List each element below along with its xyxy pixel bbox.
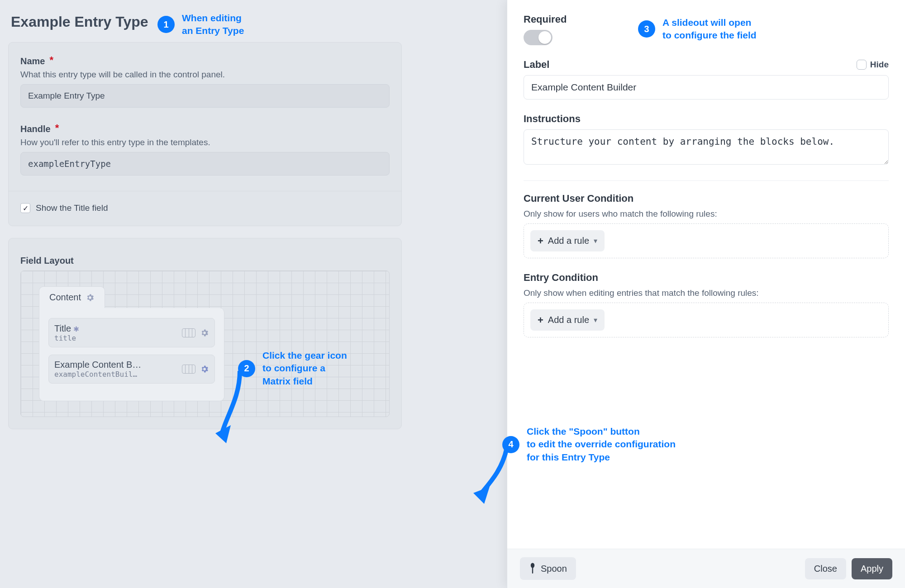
chevron-down-icon: ▾	[594, 237, 597, 245]
svg-point-0	[531, 563, 534, 568]
entry-condition-label: Entry Condition	[524, 272, 889, 284]
field-layout-designer[interactable]: Content Title ✱ title	[20, 270, 390, 417]
gear-icon[interactable]	[200, 328, 209, 337]
field-handle: exampleContentBuil…	[54, 370, 141, 379]
layout-tab-label: Content	[49, 292, 81, 303]
apply-button[interactable]: Apply	[852, 558, 892, 579]
close-button[interactable]: Close	[805, 558, 846, 579]
checkbox-icon: ✓	[20, 203, 30, 213]
layout-tab-body: Title ✱ title Example Content B…	[39, 308, 224, 401]
drag-handle-icon[interactable]	[182, 328, 195, 337]
field-handle: title	[54, 334, 79, 342]
gear-icon[interactable]	[86, 293, 95, 302]
label-field-label: Label	[524, 59, 549, 71]
chevron-down-icon: ▾	[594, 316, 597, 324]
name-hint: What this entry type will be called in t…	[20, 70, 390, 80]
callout-text: Click the gear icon to configure a Matri…	[262, 349, 347, 388]
callout-1: 1 When editing an Entry Type	[157, 12, 244, 38]
required-asterisk-icon: ✱	[74, 323, 79, 334]
drag-handle-icon[interactable]	[182, 365, 195, 374]
callout-badge-icon: 3	[638, 20, 655, 38]
handle-hint: How you'll refer to this entry type in t…	[20, 138, 390, 147]
layout-tab-content[interactable]: Content	[39, 286, 105, 308]
divider	[9, 191, 401, 191]
instructions-label: Instructions	[524, 113, 889, 125]
divider	[524, 180, 889, 181]
field-row-content-builder[interactable]: Example Content B… exampleContentBuil…	[48, 355, 215, 384]
field-layout-heading: Field Layout	[20, 256, 390, 266]
user-condition-hint: Only show for users who match the follow…	[524, 209, 889, 219]
field-name: Example Content B…	[54, 360, 141, 370]
user-condition-rules: + Add a rule ▾	[524, 223, 889, 258]
name-input[interactable]	[20, 84, 390, 108]
callout-text: When editing an Entry Type	[182, 12, 244, 38]
add-rule-button[interactable]: + Add a rule ▾	[530, 230, 605, 251]
name-label: Name	[20, 56, 45, 66]
field-name: Title	[54, 323, 71, 333]
field-row-title[interactable]: Title ✱ title	[48, 318, 215, 347]
handle-input[interactable]	[20, 152, 390, 175]
hide-label: Hide	[870, 60, 889, 70]
required-asterisk-icon: *	[55, 122, 59, 134]
spoon-icon	[529, 563, 536, 574]
slideout-footer: Spoon Close Apply	[507, 549, 905, 588]
callout-3: 3 A slideout will open to configure the …	[638, 16, 757, 42]
user-condition-label: Current User Condition	[524, 193, 889, 204]
entry-condition-rules: + Add a rule ▾	[524, 303, 889, 337]
callout-4: 4 Click the "Spoon" button to edit the o…	[502, 425, 676, 464]
instructions-textarea[interactable]	[524, 129, 889, 165]
spoon-label: Spoon	[541, 564, 567, 574]
handle-label: Handle	[20, 124, 51, 134]
field-config-slideout: Required Label Hide Instructions	[507, 0, 905, 588]
svg-rect-1	[532, 567, 533, 574]
arrow-icon	[471, 448, 520, 507]
plus-icon: +	[538, 315, 543, 325]
entry-type-form: Name * What this entry type will be call…	[8, 42, 402, 226]
add-rule-button[interactable]: + Add a rule ▾	[530, 309, 605, 331]
spoon-button[interactable]: Spoon	[520, 557, 576, 580]
required-asterisk-icon: *	[49, 54, 53, 66]
add-rule-label: Add a rule	[548, 236, 589, 246]
plus-icon: +	[538, 236, 543, 246]
callout-badge-icon: 1	[157, 16, 175, 33]
add-rule-label: Add a rule	[548, 315, 589, 325]
gear-icon[interactable]	[200, 365, 209, 374]
field-layout-card: Field Layout Content Title ✱ title	[8, 238, 402, 429]
callout-text: Click the "Spoon" button to edit the ove…	[527, 425, 676, 464]
show-title-label: Show the Title field	[36, 203, 108, 213]
label-input[interactable]	[524, 75, 889, 100]
required-toggle[interactable]	[524, 30, 553, 45]
checkbox-icon	[857, 60, 867, 70]
callout-text: A slideout will open to configure the fi…	[662, 16, 757, 42]
svg-marker-3	[473, 487, 490, 504]
hide-checkbox[interactable]: Hide	[857, 60, 889, 70]
show-title-checkbox-row[interactable]: ✓ Show the Title field	[20, 203, 390, 213]
entry-condition-hint: Only show when editing entries that matc…	[524, 288, 889, 298]
arrow-icon	[213, 371, 262, 448]
